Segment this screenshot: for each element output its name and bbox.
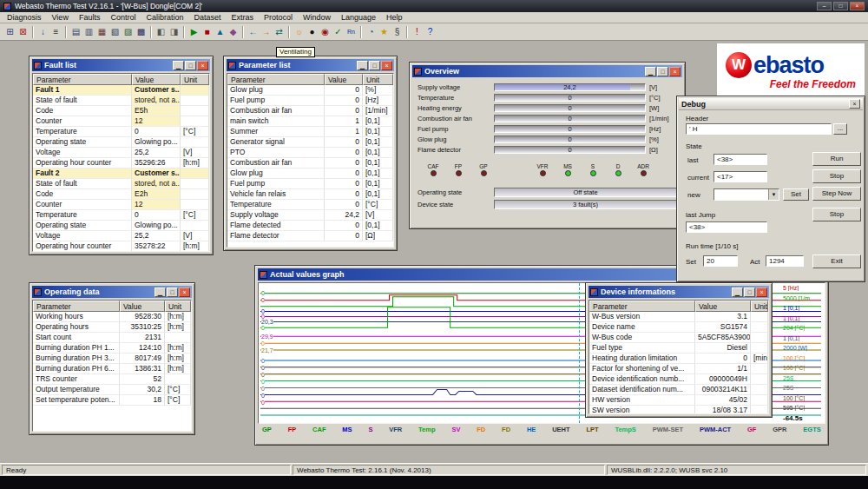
parameter-list-titlebar[interactable]: Parameter list ▁ □ × — [227, 59, 394, 71]
debug-window[interactable]: Debug × Header ' H ... State last <38> R… — [676, 96, 865, 282]
table-row[interactable]: Glow plug0[%] — [227, 85, 393, 96]
table-row[interactable]: Flame detector0[Ω] — [227, 231, 393, 241]
last-state-field[interactable]: <38> — [713, 154, 767, 165]
exit-button[interactable]: Exit — [812, 254, 861, 268]
close-button[interactable]: × — [669, 67, 681, 76]
table-row[interactable]: Start count2131 — [33, 333, 191, 343]
table-row[interactable]: Operating hours35310:25[h:m] — [33, 322, 191, 333]
device-info-window[interactable]: Device informations ▁ □ × ParameterValue… — [585, 282, 773, 418]
maximize-button[interactable]: □ — [369, 61, 380, 70]
close-button[interactable]: × — [850, 2, 865, 10]
save-protocol-icon[interactable]: ↓ — [36, 25, 49, 38]
minimize-button[interactable]: ▁ — [357, 61, 368, 70]
table-row[interactable]: CodeE5h — [33, 106, 209, 116]
table-row[interactable]: CodeE2h — [33, 189, 209, 200]
maximize-button[interactable]: □ — [657, 67, 668, 76]
menu-item-help[interactable]: Help — [381, 12, 408, 23]
close-button[interactable]: × — [197, 61, 208, 70]
fault-list-window[interactable]: Fault list ▁ □ × ParameterValueUnit Faul… — [29, 56, 214, 255]
table-row[interactable]: Counter12 — [33, 116, 209, 127]
menu-item-dataset[interactable]: Dataset — [188, 12, 226, 23]
fault-list-titlebar[interactable]: Fault list ▁ □ × — [32, 59, 210, 71]
window-tile-icon[interactable]: ▥ — [82, 25, 95, 38]
stop-jump-button[interactable]: Stop — [812, 208, 861, 221]
new-state-select[interactable]: ▼ — [713, 188, 779, 201]
minimize-button[interactable]: ▁ — [732, 287, 743, 297]
maximize-button[interactable]: □ — [744, 287, 755, 297]
table-row[interactable]: TRS counter52 — [33, 374, 191, 385]
menu-item-calibration[interactable]: Calibration — [141, 12, 188, 23]
last-jump-field[interactable]: <38> — [686, 221, 767, 233]
table-row[interactable]: Operating hour counter35278:22[h:m] — [33, 241, 209, 252]
stop-heating-icon[interactable]: ■ — [201, 25, 214, 38]
menu-item-view[interactable]: View — [47, 12, 74, 23]
table-row[interactable]: Supply voltage24,2[V] — [227, 210, 393, 221]
table-row[interactable]: Temperature0[°C] — [227, 200, 393, 210]
table-row[interactable]: Combustion air fan0[0,1] — [227, 158, 393, 169]
menu-item-control[interactable]: Control — [105, 12, 141, 23]
app-titlebar[interactable]: Webasto Thermo Test V2.16.1 - '[W-Bus] D… — [0, 0, 868, 12]
table-row[interactable]: Temperature0[°C] — [33, 210, 209, 221]
table-row[interactable]: Burning duration PH 6...1386:31[h:m] — [33, 364, 191, 374]
table-row[interactable]: W-Bus version3.1 — [589, 312, 768, 322]
ventilating-icon[interactable]: ☼ — [293, 25, 306, 38]
table-row[interactable]: SW version18/08 3.17 — [589, 406, 768, 414]
table-row[interactable]: Operating stateGlowing po... — [33, 221, 209, 231]
close-button[interactable]: × — [381, 61, 392, 70]
overview-window-icon[interactable]: ▨ — [122, 25, 135, 38]
close-button[interactable]: × — [849, 99, 860, 109]
clock-icon[interactable]: ◔ — [365, 25, 378, 38]
start-heating-icon[interactable]: ▶ — [187, 25, 201, 38]
menu-item-diagnosis[interactable]: Diagnosis — [2, 12, 47, 23]
step-now-button[interactable]: Step Now — [812, 187, 861, 201]
table-row[interactable]: State of faultstored, not a... — [33, 96, 209, 106]
print-icon[interactable]: ≡ — [49, 25, 62, 38]
diagnosis-stop-icon[interactable]: ⊠ — [16, 25, 30, 38]
minimize-button[interactable]: ▁ — [173, 61, 184, 70]
table-row[interactable]: Summer1[0,1] — [227, 127, 393, 137]
diagnosis-start-icon[interactable]: ⊞ — [3, 25, 16, 38]
table-row[interactable]: Working hours9528:30[h:m] — [33, 312, 191, 322]
menu-item-extras[interactable]: Extras — [226, 12, 259, 23]
column-header-parameter[interactable]: Parameter — [33, 74, 132, 85]
table-row[interactable]: Device nameSG1574 — [589, 322, 768, 333]
table-row[interactable]: Glow plug0[0,1] — [227, 169, 393, 179]
device-info-titlebar[interactable]: Device informations ▁ □ × — [589, 286, 769, 298]
table-row[interactable]: Fault 1Customer s... — [33, 85, 209, 96]
column-header-parameter[interactable]: Parameter — [33, 301, 120, 312]
table-row[interactable]: Vehicle fan relais0[0,1] — [227, 189, 393, 200]
device-info-window-icon[interactable]: ◨ — [168, 25, 181, 38]
header-field[interactable]: ' H — [686, 123, 832, 135]
overview-window[interactable]: Overview ▁ □ × Supply voltage24,2[V]Temp… — [409, 62, 686, 229]
debug-titlebar[interactable]: Debug × — [679, 98, 863, 110]
table-row[interactable]: main switch1[0,1] — [227, 116, 393, 127]
settings-icon[interactable]: § — [391, 25, 404, 38]
table-row[interactable]: Operating stateGlowing po... — [33, 137, 209, 148]
column-header-parameter[interactable]: Parameter — [589, 301, 695, 312]
table-row[interactable]: Factor for shortening of ve...1/1 — [589, 364, 768, 374]
boost-icon[interactable]: ✓ — [332, 25, 345, 38]
maximize-button[interactable]: □ — [185, 61, 196, 70]
current-state-field[interactable]: <17> — [713, 171, 767, 182]
component-test-icon[interactable]: ▲ — [214, 25, 227, 38]
column-header-unit[interactable]: Unit — [363, 74, 393, 85]
maximize-button[interactable]: □ — [167, 287, 178, 297]
operating-data-window-icon[interactable]: ◧ — [155, 25, 168, 38]
close-button[interactable]: × — [179, 287, 190, 297]
table-row[interactable]: Output temperature30,2[°C] — [33, 385, 191, 395]
table-row[interactable]: Set temperature poten...18[°C] — [33, 395, 191, 406]
table-row[interactable]: Combustion air fan0[1/min] — [227, 106, 393, 116]
column-header-unit[interactable]: Unit — [181, 74, 209, 85]
operating-data-titlebar[interactable]: Operating data ▁ □ × — [32, 286, 192, 298]
column-header-value[interactable]: Value — [325, 74, 363, 85]
time-cursor[interactable] — [579, 283, 580, 423]
column-header-value[interactable]: Value — [120, 301, 165, 312]
run-time-set-field[interactable]: 20 — [703, 255, 738, 267]
table-row[interactable]: Generator signal0[0,1] — [227, 137, 393, 148]
table-row[interactable]: Fuel pump0[0,1] — [227, 179, 393, 189]
set-state-button[interactable]: Set — [783, 188, 809, 201]
table-row[interactable]: Fuel typeDiesel — [589, 343, 768, 354]
table-row[interactable]: Fuel pump0[Hz] — [227, 96, 393, 106]
menu-item-faults[interactable]: Faults — [74, 12, 106, 23]
run-button[interactable]: Run — [812, 152, 861, 166]
